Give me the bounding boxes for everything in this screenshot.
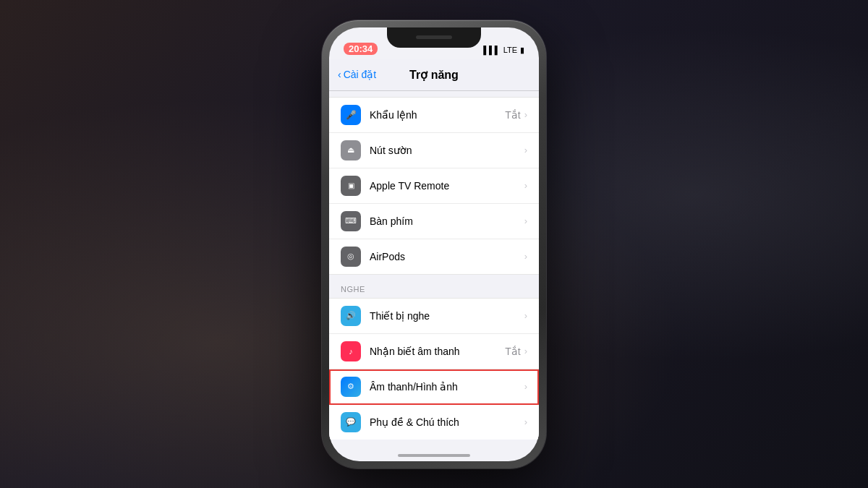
khau-lenh-value: Tắt <box>505 109 520 121</box>
airpods-icon: ◎ <box>341 247 361 267</box>
nhan-biet-am-thanh-label: Nhận biết âm thanh <box>370 346 505 357</box>
list-item[interactable]: ⌨ Bàn phím › <box>329 204 539 239</box>
nav-bar: ‹ Cài đặt Trợ năng <box>329 59 539 91</box>
list-item[interactable]: 🎤 Khẩu lệnh Tắt › <box>329 98 539 133</box>
nut-suon-icon: ⏏ <box>341 140 361 160</box>
ban-phim-icon: ⌨ <box>341 211 361 231</box>
am-thanh-hinh-anh-row[interactable]: ⚙ Âm thanh/Hình ảnh › <box>329 369 539 405</box>
list-item[interactable]: ◎ AirPods › <box>329 239 539 274</box>
chevron-right-icon: › <box>524 109 527 120</box>
khau-lenh-icon: 🎤 <box>341 105 361 125</box>
nut-suon-label: Nút sườn <box>370 145 524 156</box>
signal-icon: ▌▌▌ <box>483 46 500 54</box>
status-time: 20:34 <box>344 43 378 55</box>
chevron-right-icon: › <box>524 310 527 321</box>
back-button[interactable]: ‹ Cài đặt <box>338 69 376 80</box>
ban-phim-label: Bàn phím <box>370 215 524 227</box>
chevron-left-icon: ‹ <box>338 69 341 80</box>
thiet-bi-nghe-icon: 🔊 <box>341 306 361 326</box>
network-label: LTE <box>503 46 517 54</box>
phone-container: 20:34 ▌▌▌ LTE ▮ ‹ Cài đặt Trợ năng <box>322 20 546 468</box>
nhan-biet-am-thanh-value: Tắt <box>505 346 520 357</box>
chevron-right-icon: › <box>524 346 527 356</box>
nhan-biet-am-thanh-icon: ♪ <box>341 341 361 361</box>
settings-group-2: NGHE 🔊 Thiết bị nghe › ♪ Nhận biết âm t <box>329 275 539 440</box>
nav-title: Trợ năng <box>409 68 459 82</box>
chevron-right-icon: › <box>524 251 527 262</box>
home-indicator <box>398 454 470 457</box>
chevron-right-icon: › <box>524 180 527 191</box>
list-item[interactable]: 🔊 Thiết bị nghe › <box>329 299 539 334</box>
phone-screen: 20:34 ▌▌▌ LTE ▮ ‹ Cài đặt Trợ năng <box>329 27 539 461</box>
section-header-nghe: NGHE <box>329 275 539 298</box>
back-label[interactable]: Cài đặt <box>344 69 377 80</box>
settings-content: 🎤 Khẩu lệnh Tắt › ⏏ Nút sườn › <box>329 91 539 440</box>
am-thanh-hinh-anh-icon: ⚙ <box>341 377 361 397</box>
phu-de-icon: 💬 <box>341 412 361 432</box>
phu-de-label: Phụ đề & Chú thích <box>370 416 524 428</box>
khau-lenh-label: Khẩu lệnh <box>370 109 505 121</box>
am-thanh-hinh-anh-label: Âm thanh/Hình ảnh <box>370 381 524 393</box>
apple-tv-remote-label: Apple TV Remote <box>370 180 524 192</box>
apple-tv-remote-icon: ▣ <box>341 176 361 196</box>
status-icons: ▌▌▌ LTE ▮ <box>483 46 524 55</box>
settings-group-1: 🎤 Khẩu lệnh Tắt › ⏏ Nút sườn › <box>329 97 539 275</box>
chevron-right-icon: › <box>524 215 527 226</box>
speaker <box>416 35 452 39</box>
notch <box>387 27 481 48</box>
chevron-right-icon: › <box>524 145 527 155</box>
list-item[interactable]: ▣ Apple TV Remote › <box>329 168 539 204</box>
battery-icon: ▮ <box>520 46 524 55</box>
list-item[interactable]: 💬 Phụ đề & Chú thích › <box>329 405 539 440</box>
settings-list-2: 🔊 Thiết bị nghe › ♪ Nhận biết âm thanh T… <box>329 298 539 440</box>
airpods-label: AirPods <box>370 251 524 262</box>
chevron-right-icon: › <box>524 381 527 392</box>
chevron-right-icon: › <box>524 416 527 427</box>
settings-list-1: 🎤 Khẩu lệnh Tắt › ⏏ Nút sườn › <box>329 97 539 275</box>
thiet-bi-nghe-label: Thiết bị nghe <box>370 310 524 322</box>
list-item[interactable]: ♪ Nhận biết âm thanh Tắt › <box>329 334 539 369</box>
list-item[interactable]: ⏏ Nút sườn › <box>329 133 539 168</box>
